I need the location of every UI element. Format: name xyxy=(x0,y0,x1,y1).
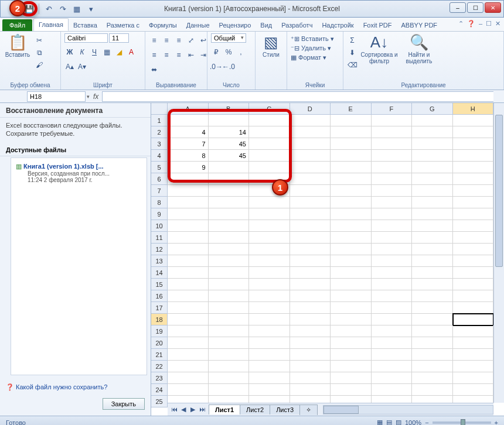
cell-H14[interactable] xyxy=(453,267,494,279)
cell-C20[interactable] xyxy=(249,337,290,349)
cell-H13[interactable] xyxy=(453,255,494,267)
border-icon[interactable]: ▦ xyxy=(101,47,112,57)
cell-A5[interactable]: 9 xyxy=(168,162,209,173)
cell-D9[interactable] xyxy=(290,208,331,220)
cell-B2[interactable]: 14 xyxy=(209,126,250,138)
cell-D2[interactable] xyxy=(290,126,331,138)
cell-H21[interactable] xyxy=(453,349,494,361)
cell-H18[interactable] xyxy=(453,314,494,325)
cell-E12[interactable] xyxy=(331,244,372,255)
cell-B3[interactable]: 45 xyxy=(209,138,250,150)
cell-F19[interactable] xyxy=(372,325,413,337)
currency-icon[interactable]: ₽ xyxy=(211,47,222,57)
tab-view[interactable]: Вид xyxy=(256,19,277,31)
cell-C24[interactable] xyxy=(249,384,290,396)
cell-E15[interactable] xyxy=(331,279,372,290)
row-header-6[interactable]: 6 xyxy=(151,173,168,185)
cell-C9[interactable] xyxy=(249,208,290,220)
cell-D7[interactable] xyxy=(290,185,331,197)
cell-A7[interactable] xyxy=(168,185,209,197)
cell-A3[interactable]: 7 xyxy=(168,138,209,150)
cell-D24[interactable] xyxy=(290,384,331,396)
cell-A8[interactable] xyxy=(168,197,209,208)
cell-E16[interactable] xyxy=(331,290,372,302)
grow-font-icon[interactable]: A▴ xyxy=(64,61,75,72)
tab-data[interactable]: Данные xyxy=(182,19,214,31)
cell-G6[interactable] xyxy=(412,173,453,185)
minimize-button[interactable]: – xyxy=(449,2,466,13)
cell-D10[interactable] xyxy=(290,220,331,232)
cell-H9[interactable] xyxy=(453,208,494,220)
cell-G10[interactable] xyxy=(412,220,453,232)
cell-H2[interactable] xyxy=(453,126,494,138)
cell-A6[interactable] xyxy=(168,173,209,185)
cell-A9[interactable] xyxy=(168,208,209,220)
cell-D1[interactable] xyxy=(290,115,331,126)
cell-G5[interactable] xyxy=(412,162,453,173)
tab-addins[interactable]: Надстройк xyxy=(317,19,358,31)
cell-E9[interactable] xyxy=(331,208,372,220)
doc-max-icon[interactable]: ☐ xyxy=(486,20,492,28)
cell-A12[interactable] xyxy=(168,244,209,255)
bold-icon[interactable]: Ж xyxy=(64,47,75,57)
row-header-21[interactable]: 21 xyxy=(151,349,168,361)
cell-H10[interactable] xyxy=(453,220,494,232)
cell-E22[interactable] xyxy=(331,361,372,372)
cell-F22[interactable] xyxy=(372,361,413,372)
cell-E10[interactable] xyxy=(331,220,372,232)
cell-H23[interactable] xyxy=(453,372,494,384)
inc-decimal-icon[interactable]: .0→ xyxy=(211,61,222,72)
cell-A16[interactable] xyxy=(168,290,209,302)
number-format-select[interactable]: Общий xyxy=(211,33,246,43)
paste-button[interactable]: 📋Вставить xyxy=(4,33,32,58)
cell-B5[interactable] xyxy=(209,162,250,173)
sheet-first-icon[interactable]: ⏮ xyxy=(170,406,178,413)
cell-G16[interactable] xyxy=(412,290,453,302)
cell-D5[interactable] xyxy=(290,162,331,173)
cell-A24[interactable] xyxy=(168,384,209,396)
dec-decimal-icon[interactable]: ←.0 xyxy=(223,61,234,72)
cell-A11[interactable] xyxy=(168,232,209,244)
dec-indent-icon[interactable]: ⇤ xyxy=(186,50,196,60)
cell-A14[interactable] xyxy=(168,267,209,279)
row-header-15[interactable]: 15 xyxy=(151,279,168,290)
sort-filter-button[interactable]: A↓Сортировка и фильтр xyxy=(360,33,399,64)
cell-C13[interactable] xyxy=(249,255,290,267)
cell-F6[interactable] xyxy=(372,173,413,185)
cell-H15[interactable] xyxy=(453,279,494,290)
cell-D11[interactable] xyxy=(290,232,331,244)
cell-G2[interactable] xyxy=(412,126,453,138)
cell-G12[interactable] xyxy=(412,244,453,255)
customize-icon[interactable]: ▦ xyxy=(70,2,83,15)
cell-D3[interactable] xyxy=(290,138,331,150)
cell-F1[interactable] xyxy=(372,115,413,126)
col-header-G[interactable]: G xyxy=(412,103,453,115)
cell-A1[interactable] xyxy=(168,115,209,126)
col-header-H[interactable]: H xyxy=(453,103,494,115)
zoom-in-icon[interactable]: + xyxy=(495,419,498,426)
cell-E11[interactable] xyxy=(331,232,372,244)
cell-E4[interactable] xyxy=(331,150,372,162)
cell-F12[interactable] xyxy=(372,244,413,255)
underline-icon[interactable]: Ч xyxy=(89,47,100,57)
cell-F7[interactable] xyxy=(372,185,413,197)
align-left-icon[interactable]: ≡ xyxy=(149,50,159,60)
cell-D6[interactable] xyxy=(290,173,331,185)
cell-A10[interactable] xyxy=(168,220,209,232)
cell-A18[interactable] xyxy=(168,314,209,325)
row-header-19[interactable]: 19 xyxy=(151,325,168,337)
cell-F5[interactable] xyxy=(372,162,413,173)
comma-icon[interactable]: , xyxy=(236,47,246,57)
hscroll-thumb[interactable] xyxy=(323,406,359,414)
cell-F2[interactable] xyxy=(372,126,413,138)
cell-H12[interactable] xyxy=(453,244,494,255)
cell-A21[interactable] xyxy=(168,349,209,361)
cell-B12[interactable] xyxy=(209,244,250,255)
cell-G22[interactable] xyxy=(412,361,453,372)
cell-H11[interactable] xyxy=(453,232,494,244)
cell-G17[interactable] xyxy=(412,302,453,314)
doc-close-icon[interactable]: ✕ xyxy=(495,20,500,28)
cell-H16[interactable] xyxy=(453,290,494,302)
row-header-14[interactable]: 14 xyxy=(151,267,168,279)
sheet-tab-1[interactable]: Лист1 xyxy=(209,405,240,414)
